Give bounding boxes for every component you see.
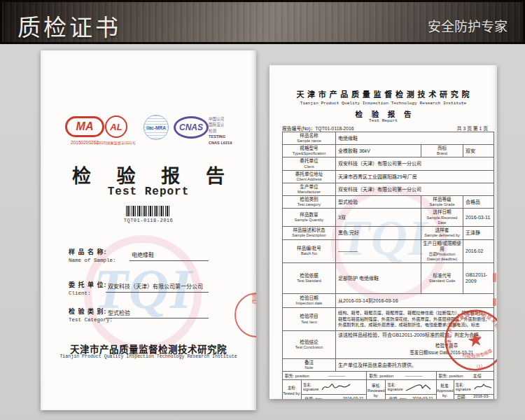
table-row: 委托单位地址Client Address 天津市西青区工业园赛阳路29号厂房	[283, 170, 494, 183]
cover-value-client: 双安科技（天津）有限公司第一分公司	[106, 282, 209, 293]
seal-star-icon: ★	[465, 328, 485, 351]
signature-scribble	[320, 382, 352, 393]
signature-approved: 职务: position主任 批准:Approved by: 签名:signat…	[437, 372, 493, 399]
table-row: 检验类别Test category 型式检验 样品等级Sample Grade …	[283, 196, 494, 209]
banner-tagline: 安全防护专家	[428, 16, 507, 35]
cover-field-client: 委 托 单 位: Client:	[69, 280, 107, 296]
table-row: 规格型号Type&Specification 全橡胶鞋 36kV 商标Brand…	[283, 145, 494, 158]
edge-seal-partial: 天津市产品质量监督检	[234, 293, 256, 337]
cover-title-cn: 检 验 报 告	[41, 161, 256, 188]
table-row: 样品数量Sample Quantity 3双 送样日期Sample Receiv…	[283, 209, 494, 226]
certificate-banner-image: 质检证书 安全防护专家 TQI MA 20150200262 AL (2015)…	[0, 0, 525, 420]
cover-value-sample-name: 电绝缘鞋	[130, 251, 209, 261]
banner-title: 质检证书	[18, 9, 121, 43]
signature-scribble	[472, 382, 493, 393]
table-row: 样品名称Sample name 电绝缘鞋	[283, 132, 494, 145]
report-title-en: Test Report	[270, 118, 497, 123]
page-info: 共 3 页 第 1 页	[457, 125, 488, 132]
signature-reviewed: 职务: position———— 审核:Reviewed by: 签名:sign…	[367, 372, 436, 399]
cal-mark-icon: AL	[105, 115, 127, 138]
cnas-mark-icon: CNAS	[174, 116, 209, 139]
cal-logo: AL (2015)国家监督字(111)号	[105, 115, 127, 138]
report-cover-page: TQI MA 20150200262 AL (2015)国家监督字(111)号 …	[41, 50, 256, 410]
ilac-mra-logo: ilac-MRA	[144, 115, 169, 140]
cover-institute-cn: 天津市产品质量监督检测技术研究院	[41, 342, 256, 356]
cover-value-test-category: 型式检验	[106, 309, 209, 318]
cover-title-en: Test Report	[41, 186, 256, 198]
cover-institute-en: Tianjin Product Quality Inspection Techn…	[41, 354, 256, 359]
cma-number: 20150200262	[71, 140, 99, 145]
table-row: 检验日期Inspection date 从2016-03-14到2016-03-…	[283, 293, 494, 307]
cma-mark-icon: MA	[65, 116, 104, 137]
report-number-row: 报告编号(No)：TQT01-0118-2016 共 3 页 第 1 页	[282, 125, 488, 132]
table-row: 样品编/批号Batch No ———— 生产日期/或限期使用日期Producti…	[283, 239, 494, 262]
accreditation-text: 中国认可 国际互认 检测 TESTING CNAS L0219	[209, 116, 232, 146]
cover-field-sample-name: 样 品 名 称: Name of Sample:	[69, 247, 116, 263]
ilac-label: ilac-MRA	[146, 125, 167, 130]
table-row-signatures: 职务: position———— 主检:Tested by: 签名:signat…	[283, 372, 494, 399]
table-row: 检验依据Test Standard 足部防护 电绝缘鞋 标准代号Standard…	[283, 262, 494, 293]
cnas-logo: CNAS	[174, 116, 209, 139]
institute-name-cn: 天 津 市 产 品 质 量 监 督 检 测 技 术 研 究 院	[270, 88, 497, 99]
ilac-globe-icon: ilac-MRA	[144, 115, 169, 140]
table-row: 委托单位Client 双安科技（天津）有限公司第一分公司	[283, 158, 494, 170]
edge-stamp-fragment	[493, 273, 496, 282]
signature-tested: 职务: position———— 主检:Tested by: 签名:signat…	[283, 372, 367, 399]
signature-block: 职务: position———— 主检:Tested by: 签名:signat…	[283, 372, 493, 399]
barcode-number: TQT01-0118-2016	[41, 218, 256, 223]
report-detail-page: TQI 天 津 市 产 品 质 量 监 督 检 测 技 术 研 究 院 Tian…	[270, 65, 497, 399]
signature-scribble	[405, 382, 433, 393]
barcode	[126, 206, 171, 216]
edge-stamp-fragment	[493, 298, 496, 306]
institute-name-en: Tianjin Product Quality Inspection Techn…	[270, 101, 497, 106]
official-round-seal: ★ 天津市产品质量监督检测技术研究院 检验检测专用章 （1）	[438, 303, 497, 377]
metal-header-bar: 质检证书 安全防护专家	[0, 0, 525, 44]
cma-logo: MA 20150200262	[65, 116, 104, 137]
report-number: 报告编号(No)：TQT01-0118-2016	[282, 125, 354, 132]
table-row: 生产单位Manufacturer 双安科技（天津）有限公司第一分公司	[283, 183, 494, 195]
cal-number: (2015)国家监督字(111)号	[97, 140, 135, 145]
table-row: 样品描述和状态Sample Description 黑色;完好 送样者Sampl…	[283, 226, 494, 239]
report-title-cn: 检 验 报 告	[270, 108, 497, 119]
